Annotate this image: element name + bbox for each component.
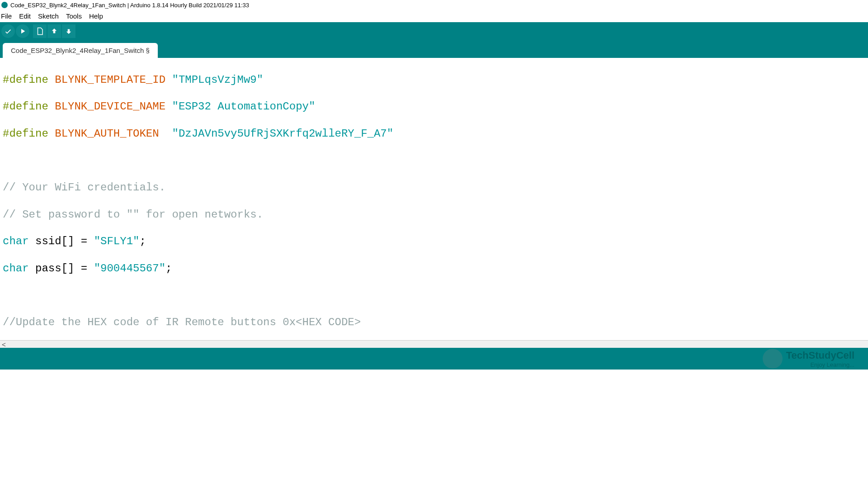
arrow-up-icon — [50, 27, 58, 35]
toolbar — [0, 22, 868, 40]
app-icon — [1, 2, 8, 8]
upload-button[interactable] — [16, 24, 29, 38]
arrow-down-icon — [65, 27, 73, 35]
check-icon — [4, 27, 12, 35]
code-line: #define BLYNK_DEVICE_NAME "ESP32 Automat… — [3, 100, 865, 114]
tab-sketch[interactable]: Code_ESP32_Blynk2_4Relay_1Fan_Switch § — [3, 43, 158, 58]
menu-edit[interactable]: Edit — [15, 12, 34, 20]
tab-strip: Code_ESP32_Blynk2_4Relay_1Fan_Switch § — [0, 40, 868, 58]
status-bar — [0, 348, 868, 370]
window-titlebar: Code_ESP32_Blynk2_4Relay_1Fan_Switch | A… — [0, 0, 868, 10]
menu-file[interactable]: File — [1, 12, 15, 20]
window-title: Code_ESP32_Blynk2_4Relay_1Fan_Switch | A… — [10, 2, 249, 9]
open-sketch-button[interactable] — [47, 24, 61, 38]
code-line: char pass[] = "900445567"; — [3, 262, 865, 275]
code-line: // Set password to "" for open networks. — [3, 208, 865, 222]
new-sketch-button[interactable] — [33, 24, 47, 38]
verify-button[interactable] — [1, 24, 15, 38]
code-line — [3, 289, 865, 303]
code-line: //Update the HEX code of IR Remote butto… — [3, 316, 865, 329]
menu-tools[interactable]: Tools — [62, 12, 85, 20]
menu-sketch[interactable]: Sketch — [34, 12, 62, 20]
watermark: TechStudyCell Enjoy Learning... — [763, 349, 854, 369]
code-line: char ssid[] = "SFLY1"; — [3, 235, 865, 248]
watermark-tag: Enjoy Learning... — [786, 361, 854, 368]
file-icon — [36, 27, 44, 36]
code-editor[interactable]: #define BLYNK_TEMPLATE_ID "TMPLqsVzjMw9"… — [0, 58, 868, 340]
watermark-brand: TechStudyCell — [786, 350, 854, 361]
scroll-left-icon[interactable]: < — [2, 341, 6, 348]
code-line: #define BLYNK_AUTH_TOKEN "DzJAVn5vy5UfRj… — [3, 127, 865, 141]
watermark-logo-icon — [763, 349, 783, 369]
code-line: // Your WiFi credentials. — [3, 181, 865, 194]
code-line — [3, 154, 865, 168]
menu-bar: File Edit Sketch Tools Help — [0, 10, 868, 22]
menu-help[interactable]: Help — [85, 12, 107, 20]
code-line: #define BLYNK_TEMPLATE_ID "TMPLqsVzjMw9" — [3, 73, 865, 87]
arrow-right-icon — [19, 27, 27, 35]
save-sketch-button[interactable] — [62, 24, 75, 38]
horizontal-scrollbar[interactable]: < — [0, 340, 868, 348]
